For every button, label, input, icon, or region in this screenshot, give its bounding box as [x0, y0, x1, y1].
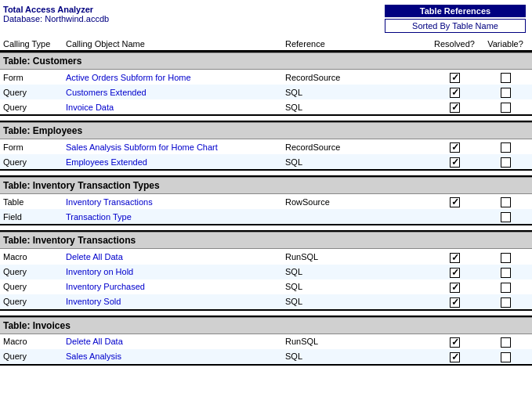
cell-type: Table: [3, 197, 66, 207]
cell-variable: [482, 71, 529, 83]
table-row: QueryCustomers ExtendedSQL: [0, 85, 532, 99]
table-row: FieldTransaction Type: [0, 209, 532, 224]
tables-container: Table: CustomersFormActive Orders Subfor…: [0, 51, 532, 370]
column-headers: Calling Type Calling Object Name Referen…: [0, 36, 532, 51]
header-left: Total Access Analyzer Database: Northwin…: [3, 5, 378, 23]
cell-variable: [482, 211, 529, 222]
cell-object[interactable]: Inventory on Hold: [66, 267, 285, 276]
cell-resolved: [427, 156, 482, 168]
table-row: FormActive Orders Subform for HomeRecord…: [0, 70, 532, 85]
cell-type: Macro: [3, 252, 66, 261]
col-calling-object: Calling Object Name: [66, 39, 285, 49]
cell-resolved: [427, 101, 482, 113]
cell-reference: SQL: [285, 352, 427, 361]
cell-variable: [482, 296, 529, 308]
table-row: MacroDelete All DataRunSQL: [0, 334, 532, 349]
cell-variable: [482, 251, 529, 262]
cell-type: Query: [3, 157, 66, 167]
table-row: QueryInvoice DataSQL: [0, 99, 532, 114]
cell-type: Field: [3, 212, 66, 222]
cell-reference: RunSQL: [285, 337, 427, 346]
table-row: QueryEmployees ExtendedSQL: [0, 154, 532, 169]
cell-variable: [482, 141, 529, 153]
table-heading: Table: Customers: [0, 52, 532, 70]
cell-variable: [482, 336, 529, 348]
table-row: FormSales Analysis Subform for Home Char…: [0, 139, 532, 154]
cell-object[interactable]: Inventory Transactions: [66, 197, 285, 207]
cell-type: Query: [3, 282, 66, 291]
cell-resolved: [427, 86, 482, 98]
cell-variable: [482, 156, 529, 168]
cell-object[interactable]: Transaction Type: [66, 212, 285, 222]
cell-type: Query: [3, 88, 66, 97]
table-heading: Table: Inventory Transaction Types: [0, 177, 532, 194]
cell-reference: SQL: [285, 157, 427, 167]
cell-type: Query: [3, 103, 66, 112]
table-heading: Table: Employees: [0, 122, 532, 139]
cell-type: Query: [3, 297, 66, 306]
table-heading: Table: Inventory Transactions: [0, 232, 532, 249]
cell-reference: SQL: [285, 267, 427, 276]
cell-resolved: [427, 251, 482, 262]
cell-type: Macro: [3, 337, 66, 346]
table-heading: Table: Invoices: [0, 317, 532, 334]
col-resolved: Resolved?: [427, 39, 482, 49]
table-section: Table: CustomersFormActive Orders Subfor…: [0, 51, 532, 116]
cell-object[interactable]: Active Orders Subform for Home: [66, 73, 285, 82]
app-title: Total Access Analyzer: [3, 5, 378, 14]
col-reference: Reference: [285, 39, 427, 49]
cell-variable: [482, 101, 529, 113]
cell-variable: [482, 86, 529, 98]
database-name: Database: Northwind.accdb: [3, 14, 378, 23]
table-row: QueryInventory SoldSQL: [0, 294, 532, 309]
header-right: Table References Sorted By Table Name: [385, 5, 526, 33]
cell-object[interactable]: Customers Extended: [66, 88, 285, 97]
cell-type: Form: [3, 73, 66, 82]
cell-type: Query: [3, 267, 66, 276]
cell-reference: RecordSource: [285, 142, 427, 152]
cell-object[interactable]: Sales Analysis Subform for Home Chart: [66, 142, 285, 152]
cell-reference: SQL: [285, 103, 427, 112]
cell-reference: SQL: [285, 282, 427, 291]
cell-reference: RunSQL: [285, 252, 427, 261]
table-section: Table: Inventory TransactionsMacroDelete…: [0, 230, 532, 310]
cell-variable: [482, 351, 529, 362]
table-row: TableInventory TransactionsRowSource: [0, 194, 532, 209]
cell-resolved: [427, 71, 482, 83]
cell-resolved: [427, 266, 482, 278]
table-section: Table: InvoicesMacroDelete All DataRunSQ…: [0, 315, 532, 366]
table-row: QueryInventory PurchasedSQL: [0, 279, 532, 294]
cell-reference: SQL: [285, 88, 427, 97]
cell-object[interactable]: Invoice Data: [66, 103, 285, 112]
report-subtitle: Sorted By Table Name: [385, 19, 526, 33]
cell-reference: RecordSource: [285, 73, 427, 82]
cell-variable: [482, 281, 529, 293]
cell-object[interactable]: Delete All Data: [66, 337, 285, 346]
cell-resolved: [427, 281, 482, 293]
table-row: MacroDelete All DataRunSQL: [0, 249, 532, 264]
cell-variable: [482, 196, 529, 207]
cell-type: Form: [3, 142, 66, 152]
cell-object[interactable]: Sales Analysis: [66, 352, 285, 361]
cell-type: Query: [3, 352, 66, 361]
col-variable: Variable?: [482, 39, 529, 49]
cell-resolved: [427, 141, 482, 153]
table-section: Table: EmployeesFormSales Analysis Subfo…: [0, 121, 532, 171]
cell-variable: [482, 266, 529, 278]
report-title: Table References: [385, 5, 526, 17]
cell-object[interactable]: Inventory Purchased: [66, 282, 285, 291]
cell-object[interactable]: Delete All Data: [66, 252, 285, 261]
table-row: QuerySales AnalysisSQL: [0, 349, 532, 364]
table-row: QueryInventory on HoldSQL: [0, 265, 532, 279]
table-section: Table: Inventory Transaction TypesTableI…: [0, 175, 532, 225]
header: Total Access Analyzer Database: Northwin…: [0, 0, 532, 36]
cell-object[interactable]: Inventory Sold: [66, 297, 285, 306]
cell-reference: RowSource: [285, 197, 427, 207]
cell-object[interactable]: Employees Extended: [66, 157, 285, 167]
cell-reference: SQL: [285, 297, 427, 306]
cell-resolved: [427, 336, 482, 348]
cell-resolved: [427, 296, 482, 308]
col-calling-type: Calling Type: [3, 39, 66, 49]
cell-resolved: [427, 196, 482, 207]
cell-resolved: [427, 351, 482, 362]
